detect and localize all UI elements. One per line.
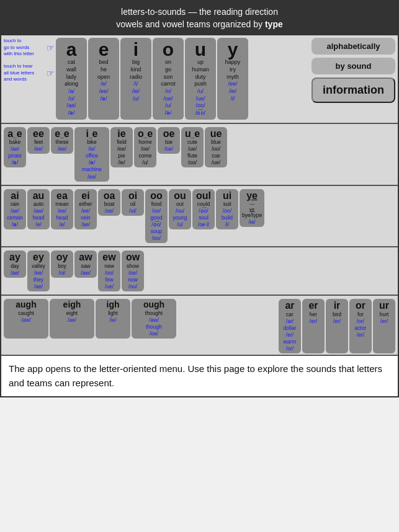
- tile-ow-letter: ow: [126, 252, 140, 263]
- tile-ew[interactable]: ew new /oo/few/ue/: [98, 250, 120, 291]
- touch-instructions: touch togo to wordswith this letter ☞ to…: [4, 38, 55, 82]
- right-buttons: alphabetically by sound information: [312, 38, 395, 103]
- tile-ough-letter: ough: [143, 300, 164, 309]
- tile-ou-sounds: /ou/young/u/: [173, 208, 187, 228]
- tile-ui-sounds: /oo/build/i/: [222, 208, 233, 228]
- tile-ar-sounds: /ar/dollar/er/warm/or/: [284, 318, 297, 352]
- vowel-letter-o: o: [156, 40, 181, 59]
- tile-au[interactable]: au auto /aw/head/e/: [27, 189, 50, 230]
- tile-er[interactable]: er her /er/: [302, 299, 325, 353]
- tile-or[interactable]: or for /or/actor/er/: [349, 299, 372, 353]
- tile-igh-words: light: [108, 310, 118, 317]
- vowel-words-y: happytrymyth: [220, 59, 245, 81]
- page: letters-to-sounds — the reading directio…: [0, 0, 399, 397]
- tile-ae[interactable]: a_e bake /ae/pirate/ə/: [4, 127, 26, 168]
- tile-ae-sounds: /ae/pirate/ə/: [8, 146, 21, 166]
- tile-igh[interactable]: igh light /ie/: [96, 299, 130, 339]
- tile-ough-sounds: /aw/though/oe/: [146, 317, 162, 337]
- vowel-sounds-e: /e//ee//ə/: [91, 81, 116, 102]
- tile-oa[interactable]: oa boat /oe/: [98, 189, 120, 216]
- first-row: touch togo to wordswith this letter ☞ to…: [1, 35, 398, 121]
- tile-ough[interactable]: ough thought /aw/though/oe/: [132, 299, 176, 339]
- tile-ui[interactable]: ui suit /oo/build/i/: [216, 189, 238, 230]
- r-clusters: ar car /ar/dollar/er/warm/or/ er her /er…: [279, 299, 395, 353]
- tile-au-words: auto: [34, 201, 44, 208]
- tile-ir-letter: ir: [334, 300, 341, 311]
- tile-ow[interactable]: ow show /oe/now/ou/: [122, 250, 144, 291]
- tile-ar[interactable]: ar car /ar/dollar/er/warm/or/: [279, 299, 301, 353]
- tile-ee[interactable]: ee feet /ee/: [27, 127, 50, 154]
- vowel-sounds-y: /ee//ie//i/: [220, 81, 245, 102]
- tile-ir[interactable]: ir bird /er/: [326, 299, 348, 353]
- tile-ur-words: hurt: [380, 311, 389, 318]
- tile-oi[interactable]: oi oil /oi/: [122, 189, 144, 216]
- vowels-grid: a catwallladyalong /a//o//ae//ə/ e bedhe…: [56, 38, 308, 120]
- tile-i_e[interactable]: i_e bike /ie/office/ə/machine/ee/: [74, 127, 109, 182]
- vowel-words-a: catwallladyalong: [59, 59, 84, 88]
- header-line2: vowels and vowel teams organized by type: [4, 19, 395, 31]
- tile-or-words: for: [357, 311, 364, 318]
- tile-oul[interactable]: oul could /o͞o/soul/oe·l/: [192, 189, 215, 230]
- tile-ar-letter: ar: [285, 300, 294, 311]
- tile-oy-sounds: /oi/: [58, 270, 65, 277]
- tile-augh[interactable]: augh caught /aw/: [4, 299, 48, 339]
- vowel-tile-u[interactable]: u uphumandutypush /u//ue//oo//o͞o/: [185, 38, 216, 120]
- tile-ou[interactable]: ou out /ou/young/u/: [169, 189, 191, 230]
- tile-ea[interactable]: ea mean /ee/head/e/: [51, 189, 73, 230]
- tile-oy[interactable]: oy boy /oi/: [51, 250, 73, 278]
- tile-u_e[interactable]: u_e cute/ue/flute/oo/: [181, 127, 204, 168]
- tile-e_e[interactable]: e_e these /ee/: [51, 127, 73, 154]
- tile-augh-words: caught: [18, 310, 34, 317]
- header-line2-text: vowels and vowel teams organized by: [116, 19, 265, 29]
- tile-ie[interactable]: ie field/ee/pie/ie/: [110, 127, 133, 168]
- tile-ur[interactable]: ur hurt /er/: [373, 299, 395, 353]
- vowel-sounds-o: /o//oe//u//ə/: [156, 88, 181, 117]
- tile-aw[interactable]: aw saw /aw/: [74, 250, 97, 278]
- vowel-tile-e[interactable]: e bedheopen /e//ee//ə/: [88, 38, 119, 120]
- tile-ew-letter: ew: [102, 252, 115, 263]
- tile-oul-words: could: [197, 201, 210, 208]
- vowel-letter-e: e: [91, 40, 116, 59]
- tile-eigh-sounds: /ae/: [68, 317, 76, 324]
- tile-ur-sounds: /er/: [380, 318, 388, 325]
- header-line1: letters-to-sounds — the reading directio…: [4, 6, 395, 19]
- tile-ue[interactable]: ue blue/oo/cue/ue/: [205, 127, 227, 168]
- information-button[interactable]: information: [312, 78, 395, 103]
- tile-oy-letter: oy: [56, 252, 68, 263]
- tile-oo-letter: oo: [150, 190, 163, 202]
- vowel-tile-i[interactable]: i bigkindradio /i//ie//u/: [120, 38, 151, 120]
- tile-ay[interactable]: ay day /ae/: [4, 250, 26, 278]
- tile-ey-letter: ey: [33, 252, 44, 263]
- row5-section: augh caught /aw/ eigh eight /ae/ igh lig…: [1, 298, 398, 355]
- divider-4: [1, 295, 398, 296]
- tile-e_e-words: these: [56, 139, 69, 146]
- tile-ey-words: valley: [32, 263, 45, 270]
- tile-oi-sounds: /oi/: [129, 208, 136, 215]
- by-sound-button[interactable]: by sound: [312, 58, 395, 74]
- tile-ei[interactable]: ei either /ee/vein/ae/: [74, 189, 97, 230]
- tile-ee-letter: ee: [33, 128, 44, 140]
- tile-er-letter: er: [308, 300, 318, 311]
- tile-ie-words: field/ee/pie/ie/: [117, 139, 127, 166]
- alphabetically-button[interactable]: alphabetically: [312, 38, 395, 55]
- tile-ye-words: bye/type: [242, 212, 262, 219]
- divider-3: [1, 246, 398, 247]
- tile-ey[interactable]: ey valley /ee/they/ae/: [27, 250, 50, 291]
- vowel-tile-a[interactable]: a catwallladyalong /a//o//ae//ə/: [56, 38, 87, 120]
- tile-ai[interactable]: ai rain /ae/certain/ə/: [4, 189, 26, 230]
- tile-oi-letter: oi: [128, 190, 137, 202]
- tile-oe[interactable]: oe toe /oe/: [158, 127, 180, 154]
- vowel-tile-y[interactable]: y happytrymyth /ee//ie//i/: [217, 38, 248, 120]
- tile-o_e[interactable]: o_e home/oe/come/u/: [134, 127, 156, 168]
- tile-aw-sounds: /aw/: [81, 270, 91, 277]
- tile-eigh[interactable]: eigh eight /ae/: [50, 299, 94, 339]
- tile-oo[interactable]: oo food /oo/good/o͞o/soup/oo/: [145, 189, 168, 244]
- tile-e_e-sounds: /ee/: [58, 146, 66, 153]
- row4: ay day /ae/ ey valley /ee/they/ae/ oy bo…: [4, 250, 395, 291]
- vowel-tile-o[interactable]: o ongosoncarrot /o//oe//u//ə/: [153, 38, 184, 120]
- tile-ye[interactable]: ye —ye bye/type /ie/: [240, 189, 264, 228]
- tile-i_e-words: bike: [87, 139, 97, 146]
- vowel-words-i: bigkindradio: [123, 59, 148, 81]
- touch-text-1: touch togo to wordswith this letter: [4, 38, 45, 57]
- tile-ough-words: thought: [145, 310, 163, 317]
